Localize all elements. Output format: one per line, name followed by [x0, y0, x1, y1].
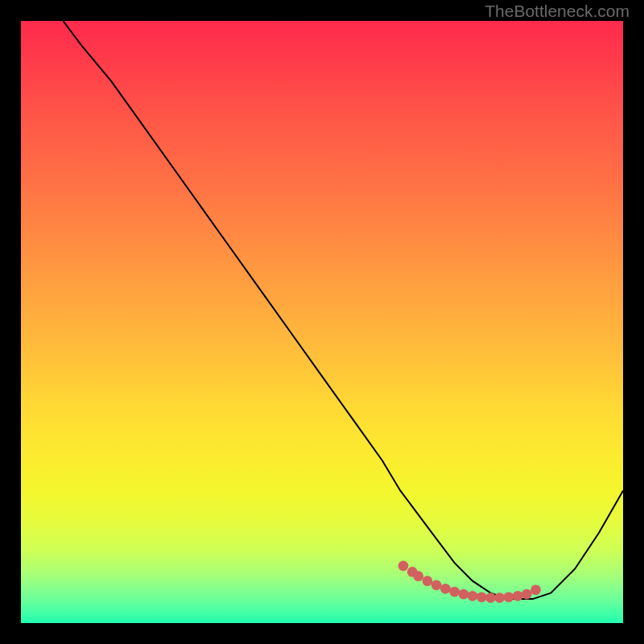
- marker-dot: [468, 591, 478, 601]
- marker-dot: [522, 589, 532, 600]
- marker-dot: [530, 585, 541, 596]
- marker-dot: [431, 580, 442, 591]
- highlight-markers: [398, 561, 541, 603]
- marker-dot: [413, 571, 423, 581]
- marker-dot: [423, 576, 433, 586]
- marker-dot: [440, 584, 451, 594]
- marker-dot: [449, 587, 460, 597]
- marker-dot: [398, 561, 409, 572]
- marker-dot: [477, 592, 487, 602]
- watermark-text: TheBottleneck.com: [485, 2, 630, 21]
- marker-dot: [485, 592, 496, 603]
- marker-dot: [504, 592, 514, 602]
- marker-dot: [494, 592, 505, 603]
- marker-dot: [458, 589, 469, 600]
- curve-line: [63, 21, 623, 599]
- marker-dot: [513, 591, 523, 601]
- plot-area: [21, 21, 623, 623]
- chart-container: TheBottleneck.com: [0, 0, 644, 644]
- chart-svg: [21, 21, 623, 623]
